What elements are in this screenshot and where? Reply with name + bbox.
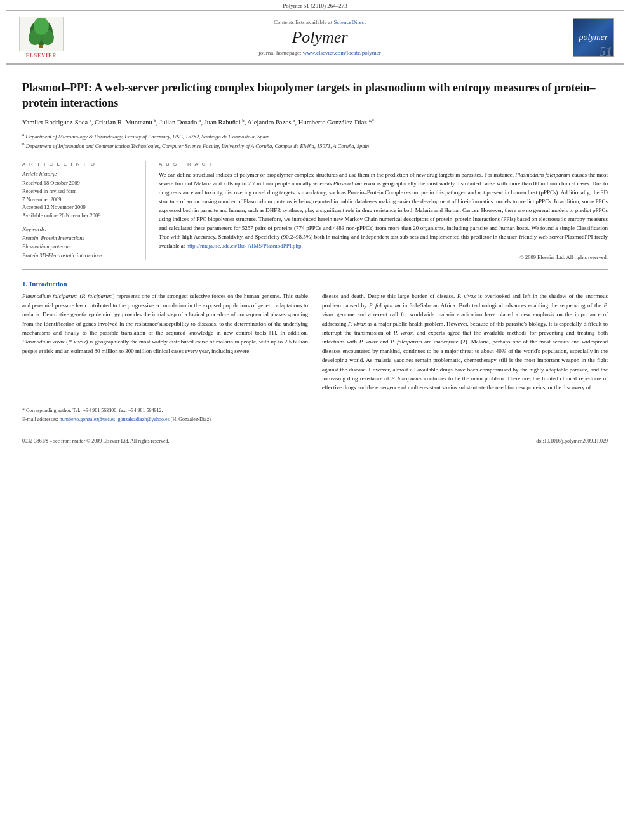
elsevier-tree-icon [19, 17, 64, 51]
bottom-left-text: 0032-3861/$ – see front matter © 2009 El… [22, 438, 170, 444]
authors-text: Yamilet Rodriguez-Soca a, Cristian R. Mu… [22, 119, 374, 126]
section-1-number: 1. [22, 280, 27, 288]
history-accepted: Accepted 12 November 2009 [22, 203, 138, 211]
article-title: Plasmod–PPI: A web-server predicting com… [22, 80, 608, 111]
polymer-logo-box: polymer 51 [573, 18, 614, 57]
article-info-col: A R T I C L E I N F O Article history: R… [22, 161, 146, 260]
sciencedirect-prefix: Contents lists available at [274, 19, 332, 25]
email2[interactable]: gonzalezdiazh@yahoo.es [117, 417, 169, 422]
bottom-bar: 0032-3861/$ – see front matter © 2009 El… [22, 434, 608, 444]
elsevier-logo: ELSEVIER [13, 17, 70, 58]
aff-b-text: Department of Information and Communicat… [26, 143, 369, 149]
article-history: Article history: Received 18 October 200… [22, 171, 138, 220]
abstract-text: We can define structural indices of poly… [159, 171, 608, 250]
body-content: 1. Introduction Plasmodium falciparum (P… [22, 280, 608, 392]
journal-name: Polymer [76, 28, 563, 47]
copyright-text: © 2009 Elsevier Ltd. All rights reserved… [159, 254, 608, 260]
elsevier-label: ELSEVIER [26, 53, 57, 58]
article-info-label: A R T I C L E I N F O [22, 161, 138, 167]
body-right-col: disease and death. Despite this large bu… [322, 291, 608, 392]
citation-bar: Polymer 51 (2010) 264–273 [0, 0, 630, 10]
history-revised: Received in revised form [22, 187, 138, 196]
homepage-prefix: journal homepage: [258, 50, 302, 56]
section-1-title: Introduction [29, 280, 67, 288]
body-two-col: Plasmodium falciparum (P. falciparum) re… [22, 291, 608, 392]
history-online: Available online 26 November 2009 [22, 211, 138, 220]
main-content: Plasmod–PPI: A web-server predicting com… [0, 65, 630, 450]
divider-2 [22, 269, 608, 270]
email-label: E-mail addresses: [22, 417, 58, 422]
intro-right-text: disease and death. Despite this large bu… [322, 291, 608, 392]
aff-a-text: Department of Microbiology & Parasitolog… [25, 133, 269, 140]
abstract-label: A B S T R A C T [159, 161, 608, 167]
history-title: Article history: [22, 171, 138, 177]
polymer-logo-text: polymer [579, 32, 608, 43]
keywords-section: Keywords: Protein–Protein Interactions P… [22, 226, 138, 260]
history-received: Received 18 October 2009 [22, 179, 138, 187]
divider-1 [22, 156, 608, 156]
email-note: (H. González-Díaz). [171, 417, 212, 422]
intro-left-text: Plasmodium falciparum (P. falciparum) re… [22, 291, 308, 356]
abstract-url[interactable]: http://miaja.tic.udc.es/Bio-AIMS/Plasmod… [186, 243, 301, 249]
affiliation-b: b Department of Information and Communic… [22, 141, 608, 150]
footnote-star-text: * Corresponding author. Tel.: +34 981 56… [22, 408, 163, 413]
footnotes: * Corresponding author. Tel.: +34 981 56… [22, 403, 608, 423]
sciencedirect-link-text[interactable]: ScienceDirect [334, 19, 366, 25]
journal-homepage: journal homepage: www.elsevier.com/locat… [76, 50, 563, 56]
history-revised-date: 7 November 2009 [22, 196, 138, 204]
polymer-logo: polymer 51 [570, 18, 617, 57]
body-left-col: Plasmodium falciparum (P. falciparum) re… [22, 291, 308, 392]
footnote-star: * Corresponding author. Tel.: +34 981 56… [22, 407, 608, 415]
section-1-heading: 1. Introduction [22, 280, 608, 288]
polymer-logo-num: 51 [600, 44, 612, 57]
email1[interactable]: humberto.gonzalez@usc.es [60, 417, 116, 422]
footnote-email: E-mail addresses: humberto.gonzalez@usc.… [22, 416, 608, 423]
keyword-3: Protein 3D-Electrostatic interactions [22, 251, 138, 260]
keyword-2: Plasmodium proteome [22, 243, 138, 251]
homepage-link[interactable]: www.elsevier.com/locate/polymer [303, 50, 381, 56]
keywords-title: Keywords: [22, 226, 138, 232]
journal-header: ELSEVIER Contents lists available at Sci… [6, 10, 624, 65]
abstract-col: A B S T R A C T We can define structural… [159, 161, 608, 260]
sciencedirect-line: Contents lists available at ScienceDirec… [76, 19, 563, 25]
article-info-abstract: A R T I C L E I N F O Article history: R… [22, 161, 608, 260]
authors: Yamilet Rodriguez-Soca a, Cristian R. Mu… [22, 117, 608, 128]
keyword-1: Protein–Protein Interactions [22, 234, 138, 243]
page-container: Polymer 51 (2010) 264–273 ELSEVIER Conte… [0, 0, 630, 840]
doi-text: doi:10.1016/j.polymer.2009.11.029 [536, 438, 608, 444]
citation-text: Polymer 51 (2010) 264–273 [283, 3, 347, 9]
journal-center: Contents lists available at ScienceDirec… [76, 19, 563, 56]
affiliations: a Department of Microbiology & Parasitol… [22, 131, 608, 150]
affiliation-a: a Department of Microbiology & Parasitol… [22, 131, 608, 141]
